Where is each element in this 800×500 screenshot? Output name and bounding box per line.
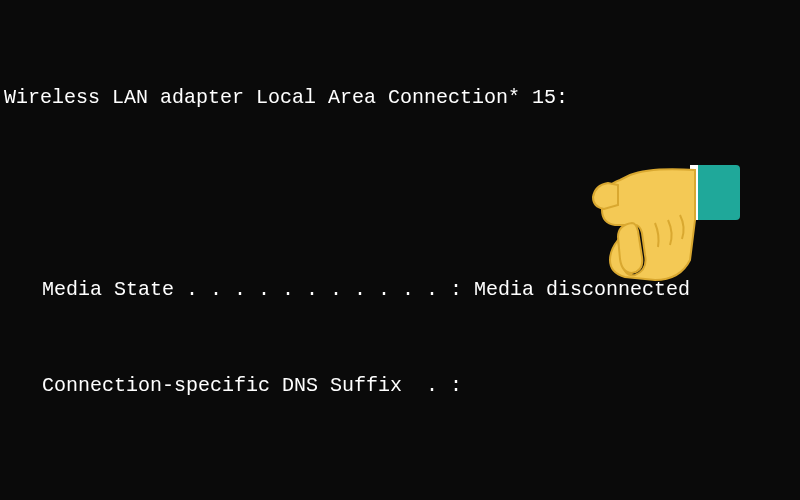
adapter1-media-state-label: Media State . . . . . . . . . . . : bbox=[42, 278, 474, 301]
pointing-hand-icon bbox=[560, 155, 740, 295]
adapter1-header: Wireless LAN adapter Local Area Connecti… bbox=[4, 82, 800, 114]
adapter1-dns-suffix: Connection-specific DNS Suffix . : bbox=[4, 370, 800, 402]
